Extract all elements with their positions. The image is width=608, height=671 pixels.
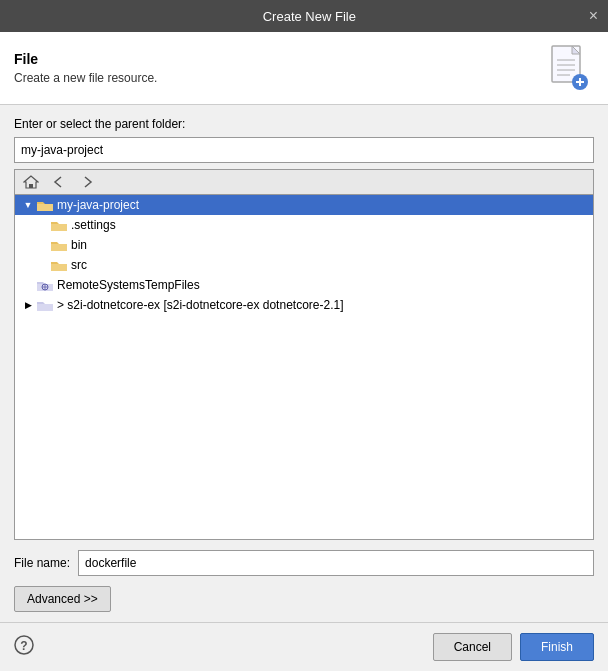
- file-icon: [546, 44, 594, 92]
- folder-closed-icon-src: [51, 259, 67, 272]
- filename-label: File name:: [14, 556, 70, 570]
- tree-toggle-my-java-project[interactable]: ▼: [21, 198, 35, 212]
- tree-toggle-settings: [35, 218, 49, 232]
- folder-icon-settings: [51, 218, 67, 232]
- svg-rect-10: [29, 184, 33, 188]
- new-file-icon-svg: [550, 44, 590, 92]
- tree-item-remote-systems[interactable]: RemoteSystemsTempFiles: [15, 275, 593, 295]
- cancel-button[interactable]: Cancel: [433, 633, 512, 661]
- title-bar: Create New File ×: [0, 0, 608, 32]
- folder-label: Enter or select the parent folder:: [14, 117, 594, 131]
- home-icon: [23, 175, 39, 189]
- forward-icon: [79, 175, 95, 189]
- folder-closed-icon-bin: [51, 239, 67, 252]
- tree-item-settings[interactable]: .settings: [15, 215, 593, 235]
- help-icon: ?: [14, 635, 34, 655]
- dialog-title: Create New File: [30, 9, 589, 24]
- filename-row: File name:: [14, 550, 594, 576]
- home-nav-button[interactable]: [19, 173, 43, 191]
- tree-item-src[interactable]: src: [15, 255, 593, 275]
- help-button[interactable]: ?: [14, 635, 34, 659]
- tree-toggle-src: [35, 258, 49, 272]
- footer-buttons: Cancel Finish: [433, 633, 594, 661]
- header-text: File Create a new file resource.: [14, 51, 157, 85]
- header-subtitle: Create a new file resource.: [14, 71, 157, 85]
- dialog-body: File Create a new file resource. Enter o…: [0, 32, 608, 622]
- bottom-section: File name: Advanced >>: [0, 540, 608, 622]
- svg-text:?: ?: [20, 639, 27, 653]
- svg-rect-11: [51, 224, 67, 231]
- finish-button[interactable]: Finish: [520, 633, 594, 661]
- folder-icon-src: [51, 258, 67, 272]
- svg-rect-12: [51, 244, 67, 251]
- tree-container[interactable]: ▼ my-java-project .se: [14, 194, 594, 540]
- advanced-button[interactable]: Advanced >>: [14, 586, 111, 612]
- folder-icon-s2i: [37, 298, 53, 312]
- content-section: Enter or select the parent folder:: [0, 105, 608, 540]
- tree-item-bin[interactable]: bin: [15, 235, 593, 255]
- tree-item-s2i[interactable]: ▶ > s2i-dotnetcore-ex [s2i-dotnetcore-ex…: [15, 295, 593, 315]
- forward-nav-button[interactable]: [75, 173, 99, 191]
- svg-rect-13: [51, 264, 67, 271]
- close-button[interactable]: ×: [589, 8, 598, 24]
- tree-label-settings: .settings: [71, 218, 116, 232]
- back-icon: [51, 175, 67, 189]
- tree-label-my-java-project: my-java-project: [57, 198, 139, 212]
- footer: ? Cancel Finish: [0, 622, 608, 671]
- tree-label-s2i: > s2i-dotnetcore-ex [s2i-dotnetcore-ex d…: [57, 298, 344, 312]
- header-section: File Create a new file resource.: [0, 32, 608, 105]
- tree-toggle-remote: [21, 278, 35, 292]
- tree-toggle-s2i[interactable]: ▶: [21, 298, 35, 312]
- tree-item-my-java-project[interactable]: ▼ my-java-project: [15, 195, 593, 215]
- folder-input[interactable]: [14, 137, 594, 163]
- header-title: File: [14, 51, 157, 67]
- folder-icon-remote: [37, 278, 53, 292]
- tree-nav-bar: [14, 169, 594, 194]
- folder-icon-my-java-project: [37, 198, 53, 212]
- tree-label-src: src: [71, 258, 87, 272]
- tree-toggle-bin: [35, 238, 49, 252]
- tree-label-bin: bin: [71, 238, 87, 252]
- remote-folder-icon: [37, 279, 53, 292]
- folder-closed-icon-settings: [51, 219, 67, 232]
- back-nav-button[interactable]: [47, 173, 71, 191]
- folder-icon-bin: [51, 238, 67, 252]
- filename-input[interactable]: [78, 550, 594, 576]
- folder-open-icon: [37, 199, 53, 212]
- folder-closed-icon-s2i: [37, 299, 53, 312]
- svg-rect-18: [37, 304, 53, 311]
- footer-left: ?: [14, 635, 34, 659]
- tree-label-remote: RemoteSystemsTempFiles: [57, 278, 200, 292]
